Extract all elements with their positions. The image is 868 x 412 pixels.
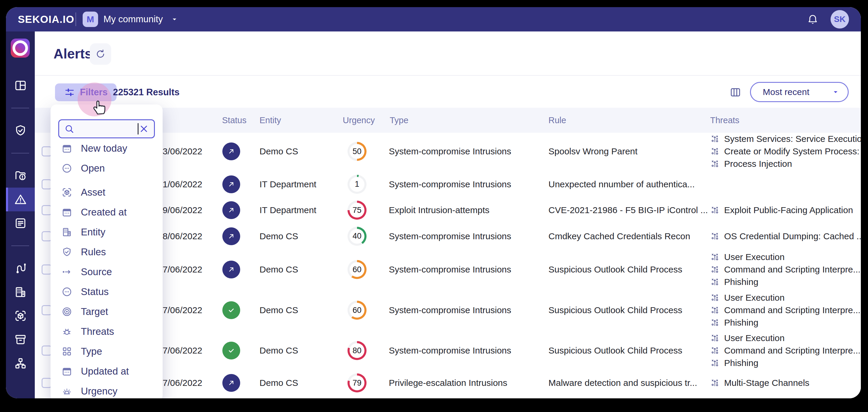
cell-rule: Suspicious Outlook Child Process <box>549 345 682 355</box>
attack-pattern-icon <box>710 358 720 368</box>
cell-date: 8/06/2022 <box>163 231 202 241</box>
filter-search-input[interactable] <box>79 124 140 134</box>
filter-option-source[interactable]: Source <box>51 262 163 282</box>
status-escalated-arrow-icon <box>226 205 236 215</box>
sidebar-item-protect[interactable] <box>6 119 35 142</box>
threat-item: Multi-Stage Channels <box>710 378 809 388</box>
sidebar-item-entities[interactable] <box>6 280 35 304</box>
filter-option-label: Created at <box>81 207 127 218</box>
filter-option-created-at[interactable]: Created at <box>51 202 163 222</box>
threat-item: Process Injection <box>710 159 861 169</box>
row-checkbox[interactable] <box>42 305 52 315</box>
threat-label: Command and Scripting Interpre... <box>724 345 861 355</box>
sidebar-item-events[interactable] <box>6 211 35 235</box>
threat-item: Phishing <box>710 318 861 328</box>
cell-type: System-compromise Intrusions <box>389 179 511 190</box>
cell-entity: Demo CS <box>259 345 298 355</box>
notifications-bell-icon[interactable] <box>807 13 819 25</box>
columns-toggle-icon[interactable] <box>729 86 742 99</box>
archive-icon <box>14 333 27 346</box>
filter-option-label: Target <box>81 306 108 317</box>
circle-dots-icon <box>61 163 72 174</box>
cell-threats: User ExecutionCommand and Scripting Inte… <box>710 293 861 328</box>
row-checkbox[interactable] <box>42 265 52 275</box>
column-header-rule[interactable]: Rule <box>549 108 566 133</box>
filter-option-rules[interactable]: Rules <box>51 242 163 262</box>
cell-threats: User ExecutionCommand and Scripting Inte… <box>710 333 861 368</box>
cell-date: 7/06/2022 <box>163 345 202 355</box>
community-avatar: M <box>83 11 98 27</box>
filter-option-urgency[interactable]: Urgency <box>51 381 163 398</box>
row-checkbox[interactable] <box>42 231 52 241</box>
filter-option-label: Status <box>81 286 109 298</box>
row-checkbox[interactable] <box>42 205 52 215</box>
filters-button[interactable]: Filters <box>55 83 117 101</box>
search-icon <box>64 124 74 134</box>
sort-select[interactable]: Most recent <box>750 82 849 102</box>
status-escalated-arrow-icon <box>226 265 236 274</box>
urgency-gauge: 75 <box>347 201 367 220</box>
sidebar-item-investigate[interactable] <box>6 164 35 187</box>
clear-search-icon[interactable] <box>138 124 149 134</box>
filter-option-asset[interactable]: Asset <box>51 182 163 202</box>
row-checkbox[interactable] <box>42 146 52 157</box>
cell-threats: System Services: Service ExecutionCreate… <box>710 134 861 169</box>
refresh-button[interactable] <box>90 43 111 65</box>
threat-item: OS Credential Dumping: Cached ... <box>710 231 861 241</box>
column-header-threats[interactable]: Threats <box>710 108 739 133</box>
threat-item: System Services: Service Execution <box>710 134 861 144</box>
folder-alert-icon <box>14 169 27 182</box>
filter-option-label: Open <box>81 163 105 174</box>
threat-label: OS Credential Dumping: Cached ... <box>724 231 861 241</box>
cell-date: 1/06/2022 <box>163 179 202 190</box>
sidebar-item-alerts[interactable] <box>6 187 35 211</box>
column-header-status[interactable]: Status <box>222 108 246 133</box>
status-escalated-arrow-icon <box>226 232 236 241</box>
sidebar <box>6 31 35 398</box>
filter-option-updated-at[interactable]: Updated at <box>51 361 163 381</box>
cell-date: 7/06/2022 <box>163 378 202 388</box>
column-header-urgency[interactable]: Urgency <box>343 108 375 133</box>
threat-item: Command and Scripting Interpre... <box>710 345 861 355</box>
status-validated-check-icon <box>226 346 236 355</box>
filter-option-status[interactable]: Status <box>51 282 163 302</box>
target-icon <box>61 306 72 317</box>
sidebar-item-dashboard[interactable] <box>6 74 35 97</box>
column-header-entity[interactable]: Entity <box>259 108 281 133</box>
sidebar-item-intake[interactable] <box>6 256 35 280</box>
community-switcher[interactable]: M My community <box>83 7 179 31</box>
cell-rule: Spoolsv Wrong Parent <box>549 146 638 157</box>
row-checkbox[interactable] <box>42 179 52 190</box>
filter-option-entity[interactable]: Entity <box>51 222 163 242</box>
caret-down-icon <box>831 88 840 97</box>
threat-label: User Execution <box>724 333 784 343</box>
app-logo[interactable] <box>11 39 30 58</box>
threat-label: Command and Scripting Interpre... <box>724 265 861 275</box>
threat-label: System Services: Service Execution <box>724 134 861 144</box>
threat-label: Exploit Public-Facing Application <box>724 205 853 215</box>
sidebar-item-organization[interactable] <box>6 351 35 375</box>
filter-option-label: Source <box>81 266 112 278</box>
attack-pattern-icon <box>710 134 720 144</box>
cell-date: 7/06/2022 <box>163 265 202 275</box>
sidebar-divider <box>11 245 29 246</box>
sidebar-item-archive[interactable] <box>6 328 35 351</box>
filter-option-label: Urgency <box>81 386 117 397</box>
urgency-gauge: 79 <box>347 373 367 392</box>
attack-pattern-icon <box>710 159 720 169</box>
cell-threats: Multi-Stage Channels <box>710 378 809 388</box>
urgency-gauge: 60 <box>347 301 367 320</box>
filter-option-target[interactable]: Target <box>51 302 163 321</box>
column-header-type[interactable]: Type <box>390 108 408 133</box>
grid-icon <box>61 346 72 357</box>
row-checkbox[interactable] <box>42 378 52 388</box>
filter-option-open[interactable]: Open <box>51 158 163 178</box>
threat-item: Phishing <box>710 358 861 368</box>
user-avatar[interactable]: SK <box>831 10 849 29</box>
filter-option-label: Type <box>81 346 102 357</box>
row-checkbox[interactable] <box>42 345 52 355</box>
filter-option-threats[interactable]: Threats <box>51 321 163 341</box>
sidebar-item-assets[interactable] <box>6 304 35 328</box>
filter-option-new-today[interactable]: New today <box>51 138 163 158</box>
filter-option-type[interactable]: Type <box>51 341 163 361</box>
